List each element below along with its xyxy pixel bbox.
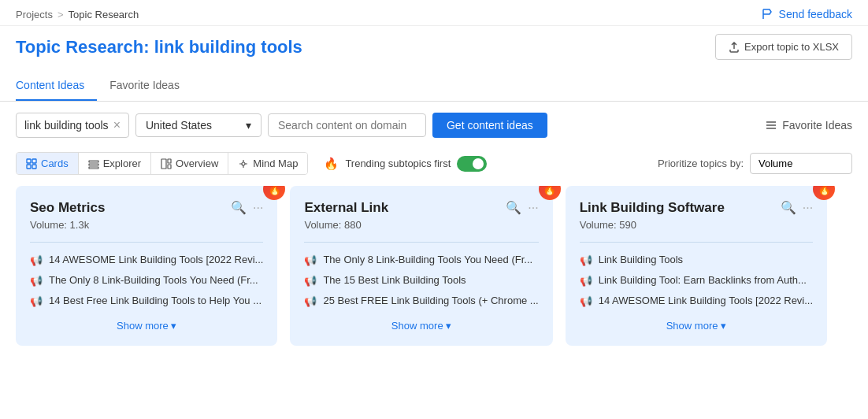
trending-area: 🔥 Trending subtopics first	[324, 156, 487, 172]
card-header: Seo Metrics Volume: 1.3k 🔍 ···	[30, 200, 263, 231]
card-volume: Volume: 590	[580, 219, 725, 231]
card-items: 📢 14 AWESOME Link Building Tools [2022 R…	[30, 254, 263, 307]
trending-toggle[interactable]	[457, 156, 487, 172]
svg-rect-12	[168, 165, 171, 169]
svg-rect-7	[89, 161, 98, 162]
card-title: Seo Metrics	[30, 200, 105, 216]
more-options-icon[interactable]: ···	[528, 201, 538, 215]
show-more-button[interactable]: Show more ▾	[30, 320, 263, 332]
trending-label: Trending subtopics first	[345, 158, 451, 169]
tab-content-ideas[interactable]: Content Ideas	[16, 71, 97, 101]
cards-container: 🔥 Seo Metrics Volume: 1.3k 🔍 ··· 📢 14 AW…	[0, 186, 868, 346]
more-options-icon[interactable]: ···	[253, 201, 263, 215]
list-icon	[765, 119, 777, 132]
more-options-icon[interactable]: ···	[803, 201, 813, 215]
list-item: 📢 25 Best FREE Link Building Tools (+ Ch…	[304, 295, 538, 307]
domain-search-input[interactable]	[268, 113, 426, 137]
card-volume: Volume: 880	[304, 219, 388, 231]
svg-point-13	[242, 162, 245, 165]
title-row: Topic Research: link building tools Expo…	[0, 26, 868, 71]
breadcrumb-current: Topic Research	[69, 9, 139, 20]
list-item: 📢 Link Building Tool: Earn Backlinks fro…	[580, 274, 813, 287]
search-tag: link building tools ×	[16, 113, 129, 138]
fire-icon: 🔥	[324, 157, 339, 171]
tabs: Content Ideas Favorite Ideas	[0, 71, 868, 102]
trending-badge: 🔥	[539, 186, 561, 200]
chevron-down-icon: ▾	[246, 119, 251, 132]
chevron-down-icon: ▾	[171, 320, 176, 332]
svg-rect-8	[89, 164, 98, 165]
card-items: 📢 The Only 8 Link-Building Tools You Nee…	[304, 254, 538, 307]
card-seo-metrics: 🔥 Seo Metrics Volume: 1.3k 🔍 ··· 📢 14 AW…	[16, 186, 277, 346]
megaphone-icon: 📢	[304, 254, 317, 266]
card-items: 📢 Link Building Tools 📢 Link Building To…	[580, 254, 813, 307]
view-cards-button[interactable]: Cards	[17, 153, 79, 174]
chevron-down-icon: ▾	[721, 320, 726, 332]
show-more-button[interactable]: Show more ▾	[580, 320, 813, 332]
megaphone-icon: 📢	[30, 275, 43, 287]
send-feedback-button[interactable]: Send feedback	[762, 8, 852, 20]
prioritize-select[interactable]: Volume Difficulty Topic Efficiency	[750, 153, 852, 174]
megaphone-icon: 📢	[580, 275, 592, 287]
overview-icon	[161, 158, 172, 169]
list-item: 📢 The Only 8 Link-Building Tools You Nee…	[304, 254, 538, 266]
view-explorer-button[interactable]: Explorer	[79, 153, 151, 174]
get-content-ideas-button[interactable]: Get content ideas	[432, 113, 547, 138]
card-header: Link Building Software Volume: 590 🔍 ···	[580, 200, 813, 231]
trending-badge: 🔥	[263, 186, 285, 200]
breadcrumb-separator: >	[57, 9, 64, 20]
favorite-ideas-link[interactable]: Favorite Ideas	[765, 119, 852, 132]
breadcrumb-projects[interactable]: Projects	[16, 9, 53, 20]
view-mindmap-button[interactable]: Mind Map	[228, 153, 307, 174]
prioritize-area: Prioritize topics by: Volume Difficulty …	[658, 153, 852, 174]
svg-rect-5	[27, 165, 31, 169]
view-buttons: Cards Explorer Overview	[16, 152, 308, 175]
svg-rect-11	[168, 159, 171, 163]
list-item: 📢 The 15 Best Link Building Tools	[304, 274, 538, 287]
cards-icon	[26, 158, 37, 169]
card-actions: 🔍 ···	[506, 200, 538, 215]
list-item: 📢 14 AWESOME Link Building Tools [2022 R…	[580, 295, 813, 307]
page-title: Topic Research: link building tools	[16, 37, 302, 57]
svg-rect-10	[161, 159, 166, 169]
megaphone-icon: 📢	[304, 295, 317, 307]
svg-rect-6	[32, 165, 36, 169]
list-item: 📢 Link Building Tools	[580, 254, 813, 266]
card-external-link: 🔥 External Link Volume: 880 🔍 ··· 📢 The …	[290, 186, 552, 346]
country-selector[interactable]: United States ▾	[135, 113, 262, 137]
megaphone-icon: 📢	[30, 295, 43, 307]
search-icon[interactable]: 🔍	[231, 200, 247, 215]
search-icon[interactable]: 🔍	[781, 200, 796, 215]
search-toolbar: link building tools × United States ▾ Ge…	[0, 102, 868, 149]
svg-rect-9	[89, 167, 98, 169]
svg-rect-3	[27, 159, 31, 163]
card-actions: 🔍 ···	[781, 200, 813, 215]
list-item: 📢 14 Best Free Link Building Tools to He…	[30, 295, 263, 307]
view-overview-button[interactable]: Overview	[151, 153, 228, 174]
list-item: 📢 The Only 8 Link-Building Tools You Nee…	[30, 274, 263, 287]
card-actions: 🔍 ···	[231, 200, 263, 215]
megaphone-icon: 📢	[580, 254, 592, 266]
search-icon[interactable]: 🔍	[506, 200, 521, 215]
view-toolbar: Cards Explorer Overview	[0, 149, 868, 186]
explorer-icon	[88, 158, 99, 169]
card-link-building-software: 🔥 Link Building Software Volume: 590 🔍 ·…	[566, 186, 827, 346]
chevron-down-icon: ▾	[446, 320, 451, 332]
clear-search-icon[interactable]: ×	[113, 118, 121, 132]
export-button[interactable]: Export topic to XLSX	[715, 34, 852, 60]
card-title: External Link	[304, 200, 388, 216]
tab-favorite-ideas[interactable]: Favorite Ideas	[109, 71, 192, 101]
trending-badge: 🔥	[813, 186, 835, 200]
show-more-button[interactable]: Show more ▾	[304, 320, 538, 332]
megaphone-icon: 📢	[30, 254, 43, 266]
flag-icon	[762, 8, 774, 20]
card-volume: Volume: 1.3k	[30, 219, 105, 231]
card-title: Link Building Software	[580, 200, 725, 216]
card-header: External Link Volume: 880 🔍 ···	[304, 200, 538, 231]
megaphone-icon: 📢	[304, 275, 317, 287]
mindmap-icon	[238, 158, 249, 169]
upload-icon	[729, 42, 740, 53]
prioritize-label: Prioritize topics by:	[658, 158, 744, 169]
breadcrumb: Projects > Topic Research	[16, 9, 139, 20]
megaphone-icon: 📢	[580, 295, 592, 307]
